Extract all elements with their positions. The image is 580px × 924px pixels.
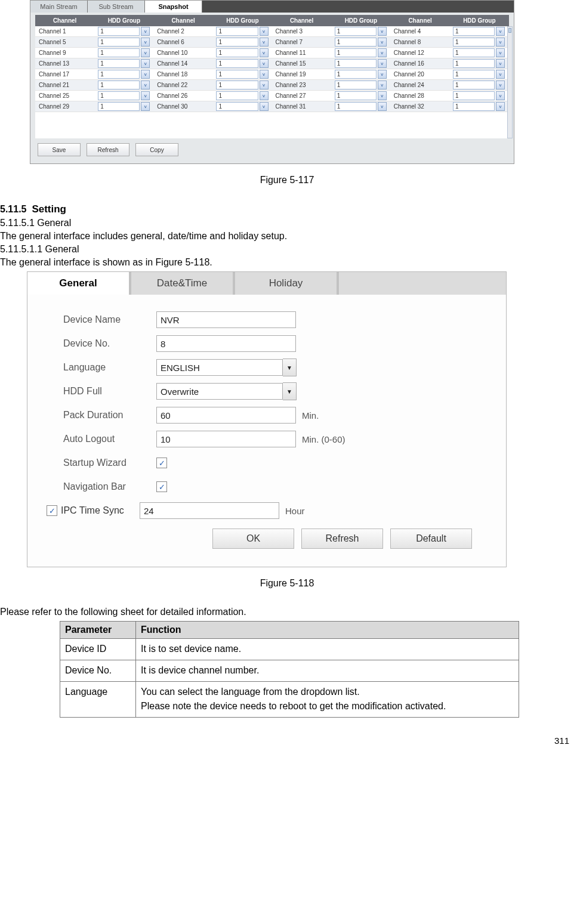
tab-sub-stream[interactable]: Sub Stream — [88, 1, 145, 13]
chevron-down-icon[interactable]: v — [260, 102, 269, 111]
chevron-down-icon[interactable]: v — [141, 27, 150, 36]
chevron-down-icon[interactable]: v — [141, 38, 150, 47]
channel-name: Channel 14 — [153, 60, 212, 67]
chevron-down-icon[interactable]: v — [378, 81, 387, 89]
hdd-group-select[interactable]: 1v — [331, 38, 390, 47]
hdd-group-select[interactable]: 1v — [94, 102, 153, 111]
chevron-down-icon[interactable]: v — [496, 59, 505, 68]
chevron-down-icon[interactable]: v — [496, 81, 505, 89]
channel-name: Channel 20 — [390, 71, 449, 78]
chevron-down-icon[interactable]: v — [260, 48, 269, 57]
hdd-group-select[interactable]: 1v — [212, 38, 272, 47]
chevron-down-icon[interactable]: v — [378, 59, 387, 68]
chevron-down-icon[interactable]: v — [496, 27, 505, 36]
tab-holiday[interactable]: Holiday — [235, 272, 339, 295]
auto-logout-input[interactable]: 10 — [156, 431, 296, 447]
hdd-group-select[interactable]: 1v — [449, 48, 508, 57]
chevron-down-icon[interactable]: v — [496, 70, 505, 79]
chevron-down-icon[interactable]: v — [378, 102, 387, 111]
tabbar-filler — [202, 1, 514, 13]
hdd-group-select[interactable]: 1v — [212, 48, 272, 57]
chevron-down-icon[interactable]: v — [378, 38, 387, 47]
tab-main-stream[interactable]: Main Stream — [30, 1, 88, 13]
hdd-group-select[interactable]: 1v — [94, 48, 153, 57]
chevron-down-icon[interactable]: v — [260, 91, 269, 100]
chevron-down-icon[interactable]: v — [378, 27, 387, 36]
chevron-down-icon[interactable]: v — [141, 91, 150, 100]
scrollbar[interactable] — [507, 26, 513, 138]
chevron-down-icon[interactable]: v — [141, 59, 150, 68]
chevron-down-icon[interactable]: v — [496, 38, 505, 47]
hdd-group-select[interactable]: 1v — [449, 59, 508, 68]
hdd-group-select[interactable]: 1v — [331, 102, 390, 111]
refresh-button[interactable]: Refresh — [87, 143, 129, 156]
channel-name: Channel 15 — [272, 60, 331, 67]
default-button[interactable]: Default — [390, 529, 472, 549]
channel-name: Channel 13 — [35, 60, 94, 67]
hdd-group-select[interactable]: 1v — [449, 70, 508, 79]
channel-name: Channel 23 — [272, 82, 331, 88]
snapshot-table-header: Channel HDD Group Channel HDD Group Chan… — [35, 15, 509, 26]
pack-duration-suffix: Min. — [302, 410, 319, 421]
chevron-down-icon[interactable]: v — [260, 59, 269, 68]
tab-snapshot[interactable]: Snapshot — [145, 1, 202, 13]
hdd-group-select[interactable]: 1v — [449, 38, 508, 47]
hdd-group-select[interactable]: 1v — [331, 48, 390, 57]
chevron-down-icon[interactable]: v — [141, 102, 150, 111]
ipc-time-sync-input[interactable]: 24 — [140, 502, 279, 519]
hdd-group-select[interactable]: 1v — [212, 59, 272, 68]
hdd-group-select[interactable]: 1v — [94, 70, 153, 79]
chevron-down-icon[interactable]: v — [141, 70, 150, 79]
hdd-group-select[interactable]: 1v — [94, 38, 153, 47]
hdd-group-select[interactable]: 1v — [449, 91, 508, 100]
hdd-group-select[interactable]: 1v — [449, 27, 508, 36]
chevron-down-icon[interactable]: ▼ — [283, 359, 297, 376]
chevron-down-icon[interactable]: v — [141, 81, 150, 89]
chevron-down-icon[interactable]: v — [260, 70, 269, 79]
chevron-down-icon[interactable]: v — [496, 102, 505, 111]
hdd-group-select[interactable]: 1v — [331, 70, 390, 79]
chevron-down-icon[interactable]: v — [141, 48, 150, 57]
hdd-group-select[interactable]: 1v — [94, 59, 153, 68]
hdd-group-select[interactable]: 1v — [331, 91, 390, 100]
tab-general[interactable]: General — [27, 272, 131, 295]
device-name-input[interactable]: NVR — [156, 311, 296, 328]
pack-duration-input[interactable]: 60 — [156, 407, 296, 424]
ipc-time-sync-checkbox[interactable]: ✓ — [47, 505, 57, 516]
chevron-down-icon[interactable]: v — [260, 27, 269, 36]
hdd-group-select[interactable]: 1v — [331, 59, 390, 68]
chevron-down-icon[interactable]: v — [378, 70, 387, 79]
page-number: 311 — [0, 718, 574, 752]
chevron-down-icon[interactable]: v — [378, 48, 387, 57]
scrollbar-thumb[interactable] — [508, 28, 511, 33]
device-no-input[interactable]: 8 — [156, 335, 296, 352]
navigation-bar-checkbox[interactable]: ✓ — [156, 481, 167, 492]
hdd-group-select[interactable]: 1v — [449, 102, 508, 111]
hdd-group-select[interactable]: 1v — [212, 81, 272, 89]
ok-button[interactable]: OK — [212, 529, 294, 549]
language-select[interactable]: ENGLISH — [156, 359, 283, 376]
hdd-group-select[interactable]: 1v — [212, 91, 272, 100]
hdd-group-select[interactable]: 1v — [94, 91, 153, 100]
hdd-group-select[interactable]: 1v — [94, 27, 153, 36]
chevron-down-icon[interactable]: ▼ — [283, 382, 297, 400]
copy-button[interactable]: Copy — [135, 143, 178, 156]
tab-date-time[interactable]: Date&Time — [131, 272, 235, 295]
chevron-down-icon[interactable]: v — [260, 81, 269, 89]
chevron-down-icon[interactable]: v — [496, 91, 505, 100]
startup-wizard-checkbox[interactable]: ✓ — [156, 458, 167, 468]
hdd-group-select[interactable]: 1v — [449, 81, 508, 89]
chevron-down-icon[interactable]: v — [496, 48, 505, 57]
save-button[interactable]: Save — [38, 143, 81, 156]
chevron-down-icon[interactable]: v — [260, 38, 269, 47]
hdd-group-select[interactable]: 1v — [212, 27, 272, 36]
hdd-group-select[interactable]: 1v — [94, 81, 153, 89]
hdd-group-select[interactable]: 1v — [331, 81, 390, 89]
chevron-down-icon[interactable]: v — [378, 91, 387, 100]
paragraph: Please refer to the following sheet for … — [0, 607, 574, 617]
hdd-group-select[interactable]: 1v — [331, 27, 390, 36]
hdd-group-select[interactable]: 1v — [212, 70, 272, 79]
refresh-button[interactable]: Refresh — [301, 529, 383, 549]
hdd-full-select[interactable]: Overwrite — [156, 383, 283, 400]
hdd-group-select[interactable]: 1v — [212, 102, 272, 111]
